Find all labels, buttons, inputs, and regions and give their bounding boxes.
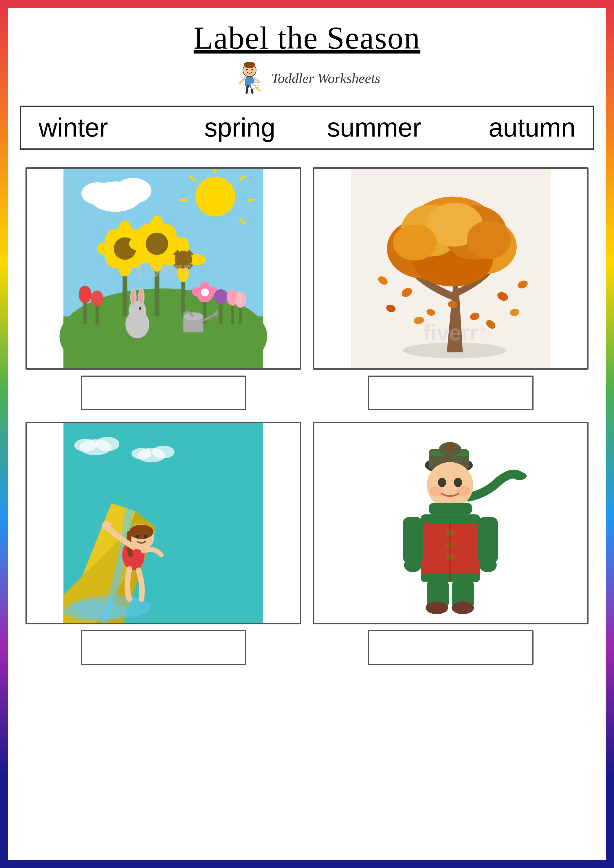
word-winter: winter: [39, 113, 173, 143]
svg-point-151: [452, 601, 474, 614]
svg-point-74: [131, 290, 135, 305]
svg-point-147: [479, 558, 497, 572]
svg-point-115: [131, 448, 151, 459]
svg-rect-69: [239, 306, 242, 324]
svg-point-78: [141, 311, 145, 314]
svg-point-112: [75, 439, 97, 452]
summer-label-box[interactable]: [81, 630, 246, 665]
svg-point-82: [215, 310, 219, 317]
svg-point-131: [427, 462, 473, 508]
winter-label-box[interactable]: [368, 630, 533, 665]
spring-cell: fiverr ®: [20, 161, 307, 416]
svg-point-56: [79, 285, 92, 303]
svg-point-66: [214, 289, 228, 304]
svg-point-58: [91, 290, 103, 306]
svg-point-122: [144, 535, 147, 538]
svg-point-3: [252, 69, 253, 71]
svg-point-16: [196, 177, 235, 217]
svg-point-80: [183, 313, 203, 321]
svg-point-76: [139, 289, 143, 304]
svg-point-145: [404, 558, 421, 572]
logo-area: Toddler Worksheets: [8, 62, 606, 94]
svg-line-12: [256, 87, 260, 91]
svg-point-95: [467, 220, 511, 259]
svg-line-19: [247, 200, 255, 201]
svg-point-120: [129, 525, 154, 539]
winter-cell: [307, 416, 595, 671]
svg-point-130: [447, 444, 453, 451]
svg-rect-146: [478, 517, 498, 563]
svg-point-24: [115, 178, 151, 203]
autumn-label-box[interactable]: [368, 375, 533, 410]
svg-point-134: [438, 478, 446, 487]
svg-rect-138: [421, 515, 480, 523]
svg-text:fiverr: fiverr: [423, 320, 478, 345]
word-spring: spring: [173, 113, 307, 143]
svg-line-6: [254, 78, 260, 82]
svg-point-64: [201, 288, 209, 296]
autumn-image-box: fiverr ®: [313, 167, 589, 370]
svg-point-123: [102, 521, 112, 531]
svg-rect-144: [403, 517, 423, 563]
svg-line-5: [240, 78, 245, 83]
summer-cell: [20, 416, 307, 671]
logo-icon: [234, 62, 266, 94]
svg-text:fiverr: fiverr: [136, 257, 191, 281]
svg-point-2: [246, 69, 248, 71]
svg-point-135: [454, 478, 462, 487]
svg-point-114: [152, 446, 174, 458]
word-summer: summer: [307, 113, 441, 143]
svg-rect-67: [231, 304, 234, 324]
svg-text:®: ®: [479, 325, 486, 334]
svg-line-7: [247, 86, 248, 93]
svg-point-111: [96, 437, 120, 451]
svg-point-150: [426, 601, 448, 614]
autumn-cell: fiverr ®: [307, 161, 595, 416]
svg-rect-136: [429, 503, 472, 515]
svg-text:®: ®: [188, 261, 194, 270]
svg-point-94: [393, 225, 437, 260]
spring-label-box[interactable]: [81, 375, 246, 410]
svg-rect-55: [83, 300, 87, 324]
summer-image-box: [25, 422, 302, 625]
svg-point-121: [136, 535, 139, 538]
svg-point-47: [146, 232, 168, 255]
svg-point-77: [139, 307, 141, 310]
svg-point-125: [512, 472, 527, 480]
logo-brand: Toddler Worksheets: [271, 70, 380, 86]
svg-rect-65: [219, 302, 222, 324]
seasons-grid: fiverr ®: [20, 161, 594, 671]
svg-line-22: [180, 200, 187, 201]
spring-image-box: fiverr ®: [25, 167, 302, 370]
word-autumn: autumn: [441, 113, 575, 143]
svg-point-62: [192, 287, 202, 296]
svg-point-117: [64, 601, 127, 621]
winter-image-box: [313, 422, 589, 625]
svg-point-25: [81, 182, 113, 205]
svg-point-70: [235, 291, 246, 308]
svg-rect-57: [96, 304, 99, 324]
word-bank: winter spring summer autumn: [20, 105, 594, 150]
page-title: Label the Season: [8, 20, 606, 56]
